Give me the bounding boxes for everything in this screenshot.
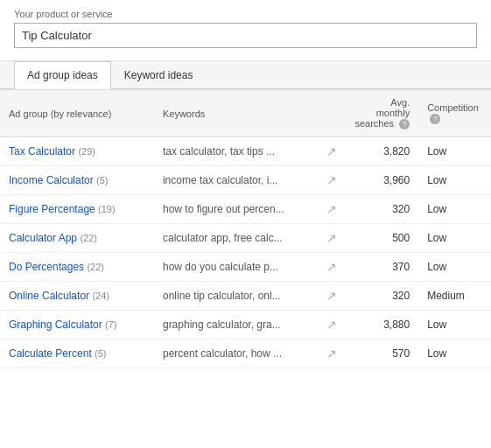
cell-ad-group: Income Calculator (5) [0, 166, 154, 195]
ad-group-link[interactable]: Calculate Percent [9, 347, 92, 360]
ad-group-link[interactable]: Online Calculator [9, 290, 89, 302]
cell-trend[interactable]: ↗ [317, 137, 346, 166]
table-header-row: Ad group (by relevance) Keywords Avg. mo… [0, 90, 491, 137]
cell-monthly: 370 [346, 253, 418, 282]
table-row: Calculator App (22) calculator app, free… [0, 224, 491, 253]
cell-competition: Low [418, 137, 491, 166]
top-section: Your product or service [0, 0, 491, 61]
product-input[interactable] [14, 23, 477, 48]
trend-icon[interactable]: ↗ [326, 144, 337, 158]
cell-ad-group: Tax Calculator (29) [0, 137, 154, 166]
trend-icon[interactable]: ↗ [326, 231, 337, 245]
tabs-bar: Ad group ideas Keyword ideas [0, 61, 491, 89]
cell-trend[interactable]: ↗ [317, 340, 346, 368]
table-body: Tax Calculator (29) tax calculator, tax … [0, 137, 491, 368]
cell-keywords: percent calculator, how ... [154, 340, 317, 368]
cell-trend[interactable]: ↗ [317, 166, 346, 195]
cell-keywords: how to figure out percen... [154, 195, 317, 224]
cell-trend[interactable]: ↗ [317, 195, 346, 224]
cell-trend[interactable]: ↗ [317, 282, 346, 311]
cell-monthly: 3,880 [346, 311, 418, 340]
header-ad-group: Ad group (by relevance) [0, 90, 154, 137]
cell-competition: Low [418, 224, 491, 253]
table-container: Ad group (by relevance) Keywords Avg. mo… [0, 89, 491, 368]
header-competition: Competition ? [418, 90, 491, 137]
keyword-count: (24) [92, 290, 109, 301]
cell-ad-group: Online Calculator (24) [0, 282, 154, 311]
header-monthly: Avg. monthly searches ? [346, 90, 418, 137]
trend-icon[interactable]: ↗ [326, 318, 337, 332]
table-row: Graphing Calculator (7) graphing calcula… [0, 311, 491, 340]
trend-icon[interactable]: ↗ [326, 173, 337, 187]
keyword-count: (19) [98, 204, 116, 214]
keyword-count: (5) [95, 348, 106, 359]
table-row: Online Calculator (24) online tip calcul… [0, 282, 491, 311]
cell-monthly: 320 [346, 195, 418, 224]
keyword-count: (7) [105, 319, 116, 330]
cell-trend[interactable]: ↗ [317, 224, 346, 253]
ad-group-link[interactable]: Figure Percentage [9, 203, 95, 215]
cell-keywords: calculator app, free calc... [154, 224, 317, 253]
table-row: Figure Percentage (19) how to figure out… [0, 195, 491, 224]
cell-ad-group: Graphing Calculator (7) [0, 311, 154, 340]
ad-group-link[interactable]: Calculator App [9, 232, 77, 244]
trend-icon[interactable]: ↗ [326, 289, 337, 303]
cell-ad-group: Figure Percentage (19) [0, 195, 154, 224]
tab-ad-group-ideas[interactable]: Ad group ideas [14, 61, 111, 89]
trend-icon[interactable]: ↗ [326, 346, 337, 360]
table-row: Tax Calculator (29) tax calculator, tax … [0, 137, 491, 166]
tab-keyword-ideas[interactable]: Keyword ideas [111, 61, 207, 89]
trend-icon[interactable]: ↗ [326, 202, 337, 216]
keyword-count: (5) [96, 175, 108, 186]
cell-competition: Low [418, 195, 491, 224]
table-row: Income Calculator (5) income tax calcula… [0, 166, 491, 195]
cell-competition: Low [418, 311, 491, 340]
cell-monthly: 320 [346, 282, 418, 311]
keyword-count: (22) [80, 233, 97, 243]
monthly-help-icon[interactable]: ? [399, 119, 410, 130]
header-keywords: Keywords [154, 90, 317, 137]
competition-help-icon[interactable]: ? [430, 114, 440, 124]
keyword-count: (22) [87, 262, 104, 272]
product-label: Your product or service [14, 9, 477, 19]
cell-monthly: 500 [346, 224, 418, 253]
cell-ad-group: Do Percentages (22) [0, 253, 154, 282]
cell-keywords: online tip calculator, onl... [154, 282, 317, 311]
ad-group-link[interactable]: Graphing Calculator [9, 318, 102, 331]
header-trend [317, 90, 346, 137]
keyword-count: (29) [78, 146, 95, 157]
cell-ad-group: Calculator App (22) [0, 224, 154, 253]
table-row: Calculate Percent (5) percent calculator… [0, 340, 491, 368]
cell-keywords: how do you calculate p... [154, 253, 317, 282]
ad-group-link[interactable]: Income Calculator [9, 174, 94, 186]
cell-trend[interactable]: ↗ [317, 253, 346, 282]
ad-group-link[interactable]: Do Percentages [9, 261, 84, 273]
cell-ad-group: Calculate Percent (5) [0, 340, 154, 368]
cell-monthly: 3,960 [346, 166, 418, 195]
results-table: Ad group (by relevance) Keywords Avg. mo… [0, 89, 491, 368]
cell-keywords: income tax calculator, i... [154, 166, 317, 195]
ad-group-link[interactable]: Tax Calculator [9, 145, 75, 158]
cell-keywords: tax calculator, tax tips ... [154, 137, 317, 166]
cell-competition: Low [418, 340, 491, 368]
cell-trend[interactable]: ↗ [317, 311, 346, 340]
cell-monthly: 3,820 [346, 137, 418, 166]
table-row: Do Percentages (22) how do you calculate… [0, 253, 491, 282]
cell-keywords: graphing calculator, gra... [154, 311, 317, 340]
cell-competition: Low [418, 253, 491, 282]
cell-competition: Medium [418, 282, 491, 311]
cell-monthly: 570 [346, 340, 418, 368]
cell-competition: Low [418, 166, 491, 195]
trend-icon[interactable]: ↗ [326, 260, 337, 274]
